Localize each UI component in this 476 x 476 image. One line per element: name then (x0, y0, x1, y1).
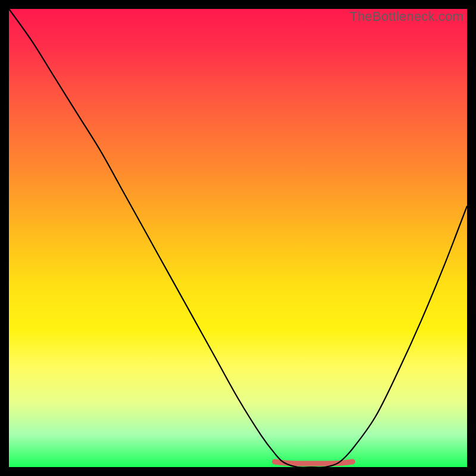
chart-svg (9, 9, 467, 467)
plot-area: TheBottleneck.com (9, 9, 467, 467)
curve-line (9, 9, 467, 467)
chart-frame: TheBottleneck.com (0, 0, 476, 476)
watermark-text: TheBottleneck.com (349, 9, 464, 24)
